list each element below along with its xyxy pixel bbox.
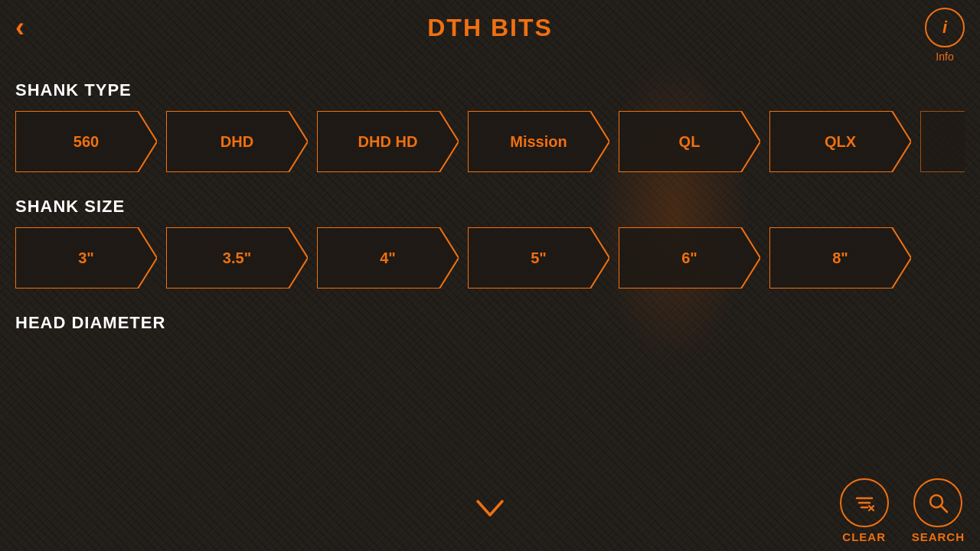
search-label: SEARCH (912, 530, 965, 543)
clear-label: CLEAR (842, 530, 886, 543)
shank-type-560-label: 560 (74, 133, 99, 151)
shank-type-buttons: 560 DHD DHD HD (15, 111, 965, 172)
shank-size-35[interactable]: 3.5" (166, 227, 308, 289)
back-button[interactable]: ‹ (15, 14, 24, 41)
search-icon-circle (913, 478, 962, 527)
shank-type-section: SHANK TYPE 560 DHD (15, 70, 965, 180)
filter-sections: SHANK TYPE 560 DHD (0, 56, 980, 471)
shank-type-mission-label: Mission (510, 133, 567, 151)
head-diameter-label: HEAD DIAMETER (15, 313, 965, 333)
svg-marker-6 (920, 111, 965, 172)
shank-size-5-label: 5" (531, 249, 547, 267)
info-label: Info (936, 51, 953, 63)
shank-size-8-label: 8" (832, 249, 848, 267)
shank-type-560[interactable]: 560 (15, 111, 157, 172)
shank-type-qlx-label: QLX (825, 133, 856, 151)
shank-type-dhd[interactable]: DHD (166, 111, 308, 172)
shank-size-4[interactable]: 4" (317, 227, 459, 289)
shank-type-label: SHANK TYPE (15, 80, 965, 100)
bottom-bar: CLEAR SEARCH (0, 471, 980, 551)
clear-button[interactable]: CLEAR (840, 478, 889, 543)
shank-type-dhd-hd-label: DHD HD (358, 133, 418, 151)
shank-type-more[interactable] (920, 111, 965, 172)
info-icon-circle: i (925, 8, 965, 47)
shank-type-mission[interactable]: Mission (468, 111, 609, 172)
shank-size-3-label: 3" (78, 249, 94, 267)
info-button[interactable]: i Info (925, 8, 965, 63)
page-title: DTH BITS (427, 14, 553, 42)
shank-size-6-label: 6" (681, 249, 697, 267)
shank-size-3[interactable]: 3" (15, 227, 157, 289)
head-diameter-section: HEAD DIAMETER (15, 302, 965, 344)
info-icon: i (942, 18, 947, 37)
main-content: ‹ DTH BITS i Info SHANK TYPE 560 (0, 0, 980, 551)
shank-size-35-label: 3.5" (223, 249, 251, 267)
shank-size-label: SHANK SIZE (15, 197, 965, 217)
shank-type-ql[interactable]: QL (619, 111, 760, 172)
shank-size-8[interactable]: 8" (769, 227, 911, 289)
shank-size-buttons: 3" 3.5" 4" (15, 227, 965, 289)
search-button[interactable]: SEARCH (912, 478, 965, 543)
svg-line-20 (941, 506, 947, 512)
header: ‹ DTH BITS i Info (0, 0, 980, 56)
shank-type-qlx[interactable]: QLX (769, 111, 911, 172)
shank-size-5[interactable]: 5" (468, 227, 609, 289)
scroll-down-icon[interactable] (475, 498, 505, 523)
shank-size-6[interactable]: 6" (619, 227, 760, 289)
shank-type-ql-label: QL (679, 133, 701, 151)
clear-icon-circle (840, 478, 889, 527)
shank-type-dhd-hd[interactable]: DHD HD (317, 111, 459, 172)
shank-size-4-label: 4" (380, 249, 396, 267)
shank-size-section: SHANK SIZE 3" 3.5" (15, 186, 965, 296)
shank-type-dhd-label: DHD (220, 133, 253, 151)
